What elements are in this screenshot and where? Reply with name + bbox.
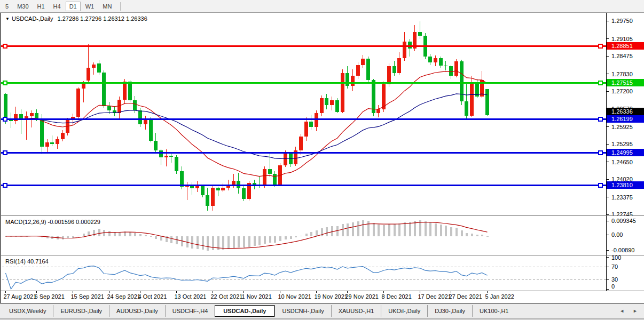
rsi-indicator-pane[interactable]: 10070300 RSI(14) 40.7164	[0, 255, 644, 291]
svg-text:1.29105: 1.29105	[611, 36, 633, 42]
tab-usdcnh-daily[interactable]: USDCNH-,Daily	[274, 305, 331, 317]
svg-text:1.28475: 1.28475	[611, 53, 633, 59]
svg-text:19 Nov 2021: 19 Nov 2021	[315, 293, 348, 300]
svg-text:1 Nov 2021: 1 Nov 2021	[242, 293, 272, 300]
tab-uk100-h1[interactable]: UK100-,H1	[472, 305, 515, 317]
svg-text:1.29750: 1.29750	[611, 18, 633, 24]
svg-text:1.23375: 1.23375	[611, 194, 633, 201]
svg-text:8 Dec 2021: 8 Dec 2021	[382, 293, 412, 300]
timeframe-h4-button[interactable]: H4	[50, 2, 65, 11]
tab-xauusd-h1[interactable]: XAUUSD-,H1	[331, 305, 381, 317]
svg-text:1.28851: 1.28851	[611, 43, 633, 49]
svg-text:1.25925: 1.25925	[611, 124, 633, 130]
rsi-title: RSI(14) 40.7164	[5, 258, 49, 265]
date-axis-canvas: 27 Aug 20216 Sep 202115 Sep 202124 Sep 2…	[1, 291, 644, 303]
chart-ohlc-values: 1.27286 1.27296 1.26312 1.26336	[58, 15, 147, 22]
svg-text:70: 70	[611, 263, 618, 270]
rsi-canvas[interactable]: 10070300	[1, 255, 644, 291]
timeframe-m30-button[interactable]: M30	[13, 2, 32, 11]
svg-text:100: 100	[611, 255, 621, 261]
tab-dj30-daily[interactable]: DJ30-,Daily	[427, 305, 472, 317]
svg-text:27 Dec 2021: 27 Dec 2021	[449, 293, 482, 300]
tab-audusd-daily[interactable]: AUDUSD-,Daily	[109, 305, 165, 317]
timeframe-h1-button[interactable]: H1	[34, 2, 49, 11]
chart-tab-bar: USDX,Weekly EURUSD-,Daily AUDUSD-,Daily …	[0, 303, 644, 318]
svg-text:30: 30	[611, 276, 618, 283]
timeframe-m5-button[interactable]: 5	[2, 2, 12, 11]
svg-text:0.00: 0.00	[611, 231, 623, 238]
svg-text:-0.00890: -0.00890	[611, 247, 634, 253]
timeframe-toolbar: 5 M30 H1 H4 D1 W1 MN	[0, 0, 644, 13]
svg-text:5 Jan 2022: 5 Jan 2022	[485, 293, 514, 300]
tab-ukoil-daily[interactable]: UKOil-,Daily	[381, 305, 427, 317]
symbol-dropdown-icon[interactable]: ▼	[5, 17, 10, 21]
timeframe-d1-button[interactable]: D1	[66, 2, 81, 11]
svg-text:0.009345: 0.009345	[611, 218, 636, 224]
svg-text:1.23810: 1.23810	[611, 182, 633, 188]
price-chart-canvas[interactable]: 1.297501.291051.284751.278301.272001.265…	[1, 13, 644, 215]
chart-symbol-label: USDCAD-,Daily	[12, 15, 53, 22]
window-bottom-strip	[0, 318, 644, 320]
tab-usdcad-daily[interactable]: USDCAD-,Daily	[215, 305, 274, 317]
timeframe-mn-button[interactable]: MN	[99, 2, 115, 11]
svg-text:0: 0	[611, 283, 615, 290]
price-chart-pane[interactable]: 1.297501.291051.284751.278301.272001.265…	[0, 13, 644, 216]
svg-text:1.24650: 1.24650	[611, 159, 633, 165]
svg-text:15 Sep 2021: 15 Sep 2021	[71, 293, 104, 300]
chart-title: ▼USDCAD-,Daily1.27286 1.27296 1.26312 1.…	[5, 15, 147, 22]
svg-text:27 Aug 2021: 27 Aug 2021	[4, 293, 37, 300]
svg-text:10 Nov 2021: 10 Nov 2021	[278, 293, 311, 300]
tab-scroll-right-icon[interactable]: ►	[633, 308, 638, 314]
svg-text:1.24995: 1.24995	[611, 149, 633, 156]
svg-text:1.27200: 1.27200	[611, 88, 633, 94]
svg-text:1.27830: 1.27830	[611, 71, 633, 77]
date-axis[interactable]: 27 Aug 20216 Sep 202115 Sep 202124 Sep 2…	[0, 291, 644, 303]
svg-text:4 Oct 2021: 4 Oct 2021	[138, 293, 167, 300]
toolbar-separator	[120, 2, 121, 11]
svg-text:1.22745: 1.22745	[611, 211, 633, 215]
svg-text:1.26199: 1.26199	[611, 116, 633, 122]
svg-text:1.27515: 1.27515	[611, 79, 633, 86]
tab-usdchf-h4[interactable]: USDCHF-,H4	[165, 305, 215, 317]
macd-title: MACD(12,26,9) -0.001596 0.000229	[5, 219, 100, 225]
svg-text:24 Sep 2021: 24 Sep 2021	[107, 293, 140, 300]
tab-usdx-weekly[interactable]: USDX,Weekly	[2, 305, 53, 317]
svg-text:29 Nov 2021: 29 Nov 2021	[345, 293, 379, 300]
svg-text:1.26336: 1.26336	[611, 108, 633, 115]
tab-eurusd-daily[interactable]: EURUSD-,Daily	[53, 305, 109, 317]
macd-indicator-pane[interactable]: 0.0093450.00-0.00890 MACD(12,26,9) -0.00…	[0, 216, 644, 255]
svg-text:13 Oct 2021: 13 Oct 2021	[175, 293, 207, 300]
svg-text:17 Dec 2021: 17 Dec 2021	[418, 293, 451, 300]
tab-scroll-left-icon[interactable]: ◄	[619, 308, 624, 314]
svg-text:22 Oct 2021: 22 Oct 2021	[211, 293, 243, 300]
svg-text:6 Sep 2021: 6 Sep 2021	[35, 293, 65, 300]
timeframe-w1-button[interactable]: W1	[82, 2, 98, 11]
svg-text:1.25295: 1.25295	[611, 141, 633, 147]
